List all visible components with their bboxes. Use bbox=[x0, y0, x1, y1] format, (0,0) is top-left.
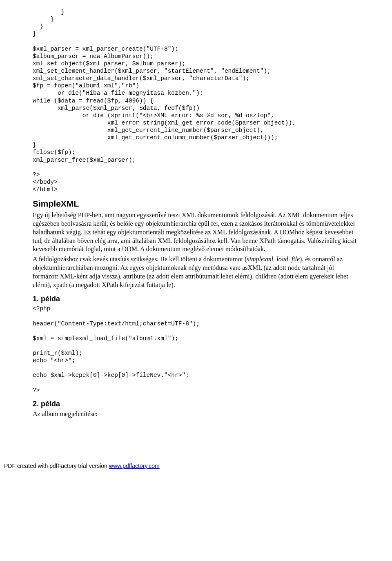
para2-pre: A feldolgozáshoz csak kevés utasítás szü… bbox=[33, 256, 247, 263]
paragraph-intro: Egy új lehetőség PHP-ben, ami nagyon egy… bbox=[33, 211, 359, 254]
document-page: } } } } $xml_parser = xml_parser_create(… bbox=[0, 0, 392, 428]
footer-link[interactable]: www.pdffactory.com bbox=[109, 463, 160, 469]
paragraph-methods: A feldolgozáshoz csak kevés utasítás szü… bbox=[33, 255, 359, 289]
para2-italic: simplexml_load_file bbox=[247, 256, 300, 263]
code-block-example-1: <?php header("Content-Type:text/html;cha… bbox=[33, 305, 359, 394]
heading-example-1: 1. példa bbox=[33, 295, 359, 303]
code-block-php-parser: } } } } $xml_parser = xml_parser_create(… bbox=[33, 8, 359, 193]
pdf-footer: PDF created with pdfFactory trial versio… bbox=[0, 461, 392, 473]
footer-text: PDF created with pdfFactory trial versio… bbox=[4, 463, 109, 469]
heading-example-2: 2. példa bbox=[33, 400, 359, 408]
heading-simplexml: SimpleXML bbox=[33, 199, 359, 209]
paragraph-example-2: Az album megjelenítése: bbox=[33, 410, 359, 419]
